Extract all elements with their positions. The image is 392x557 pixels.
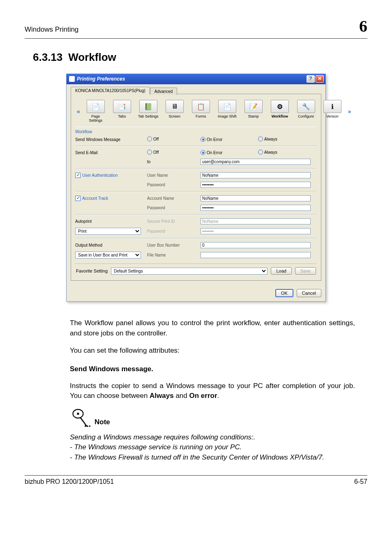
chapter-number: 6 — [359, 16, 367, 36]
label-auth-password: Password — [147, 183, 188, 187]
svg-point-4 — [89, 425, 91, 427]
section-number: 6.3.13 — [33, 51, 62, 63]
note-icon — [70, 409, 92, 428]
section-title: Workflow — [68, 51, 116, 63]
label-secure-print-id: Secure Print ID — [147, 219, 188, 224]
tab-icon-page-settings[interactable]: 📄Page Settings — [83, 99, 108, 123]
tab-icon-stamp[interactable]: 📝Stamp — [241, 99, 266, 123]
user-box-number-field[interactable] — [201, 242, 311, 248]
note-line-3: - The Windows Firewall is turned off in … — [70, 453, 355, 463]
label-autoprint: Autoprint — [75, 219, 147, 224]
label-to: to — [147, 159, 150, 164]
account-track-checkbox[interactable]: ✓Account Track — [75, 196, 108, 201]
note-label: Note — [95, 417, 110, 428]
load-button[interactable]: Load — [271, 267, 291, 275]
running-header: Windows Printing — [25, 25, 78, 34]
footer-page: 6-57 — [354, 478, 367, 485]
scroll-left[interactable]: « — [76, 108, 81, 115]
ok-button[interactable]: OK — [275, 289, 293, 297]
tab-driver[interactable]: KONICA MINOLTA1200/1051PS(Plug) — [71, 87, 150, 94]
account-password-field[interactable] — [201, 205, 311, 211]
footer-product: bizhub PRO 1200/1200P/1051 — [25, 478, 114, 485]
tab-icon-configure[interactable]: 🔧Configure — [294, 99, 318, 123]
label-user-name: User Name — [147, 173, 188, 178]
svg-point-2 — [85, 425, 86, 427]
tab-advanced[interactable]: Advanced — [150, 88, 177, 95]
autoprint-select[interactable]: Print — [75, 228, 141, 235]
auth-password-field[interactable] — [201, 182, 311, 188]
email-always-radio[interactable]: Always — [258, 150, 277, 155]
help-button[interactable]: ? — [307, 75, 315, 83]
label-output-method: Output Method — [75, 243, 147, 247]
label-send-email: Send E-Mail — [75, 150, 147, 155]
label-account-password: Password — [147, 206, 188, 210]
paragraph-swm: Instructs the copier to send a Windows m… — [70, 381, 355, 401]
svg-point-1 — [77, 413, 79, 415]
email-onerror-radio[interactable]: On Error — [201, 150, 222, 155]
favorite-setting-select[interactable]: Default Settings — [111, 268, 267, 275]
user-name-field[interactable] — [201, 172, 311, 178]
paragraph-intro: The Workflow panel allows you to control… — [70, 318, 355, 338]
account-name-field[interactable] — [201, 195, 311, 201]
secure-password-field — [201, 228, 311, 234]
paragraph-attributes: You can set the following attributes: — [70, 346, 355, 356]
swm-onerror-radio[interactable]: On Error — [201, 137, 222, 142]
email-off-radio[interactable]: Off — [147, 150, 159, 155]
label-secure-password: Password — [147, 229, 188, 233]
swm-always-radio[interactable]: Always — [258, 136, 277, 141]
tab-icon-tab-settings[interactable]: 📗Tab Settings — [136, 99, 161, 123]
close-button[interactable]: ✕ — [316, 75, 324, 83]
heading-swm: Send Windows message. — [70, 364, 355, 374]
section-heading: 6.3.13Workflow — [33, 51, 367, 64]
cancel-button[interactable]: Cancel — [297, 289, 321, 297]
save-button: Save — [295, 267, 316, 275]
user-auth-checkbox[interactable]: ✓User Authentication — [75, 173, 118, 178]
label-file-name: File Name — [147, 253, 188, 257]
note-line-2: - The Windows message service is running… — [70, 442, 355, 453]
label-send-windows-message: Send Windows Message — [75, 137, 147, 142]
scroll-right[interactable]: » — [347, 108, 352, 115]
email-to-field[interactable] — [201, 159, 311, 165]
secure-print-id-field — [201, 218, 311, 224]
tab-icon-workflow[interactable]: ⚙Workflow — [267, 99, 292, 123]
printing-preferences-dialog: Printing Preferences ? ✕ KONICA MINOLTA1… — [66, 74, 326, 302]
dialog-title: Printing Preferences — [77, 76, 306, 82]
file-name-field[interactable] — [201, 252, 311, 258]
tab-icon-image-shift[interactable]: 📄Image Shift — [215, 99, 240, 123]
note-line-1: Sending a Windows message requires follo… — [70, 432, 355, 443]
group-workflow: Workflow — [75, 129, 317, 134]
output-method-select[interactable]: Save in User Box and Print — [75, 252, 141, 259]
tab-icon-version[interactable]: ℹVersion — [320, 99, 345, 123]
label-user-box-number: User Box Number — [147, 243, 188, 247]
label-favorite-setting: Favorite Setting — [76, 268, 108, 273]
swm-off-radio[interactable]: Off — [147, 136, 159, 141]
dialog-icon — [69, 76, 75, 82]
svg-point-3 — [87, 425, 88, 427]
label-account-name: Account Name — [147, 196, 188, 201]
tab-icon-tabs[interactable]: 📑Tabs — [110, 99, 134, 123]
tab-icon-screen[interactable]: 🖥Screen — [162, 99, 187, 123]
tab-icon-forms[interactable]: 📋Forms — [189, 99, 213, 123]
